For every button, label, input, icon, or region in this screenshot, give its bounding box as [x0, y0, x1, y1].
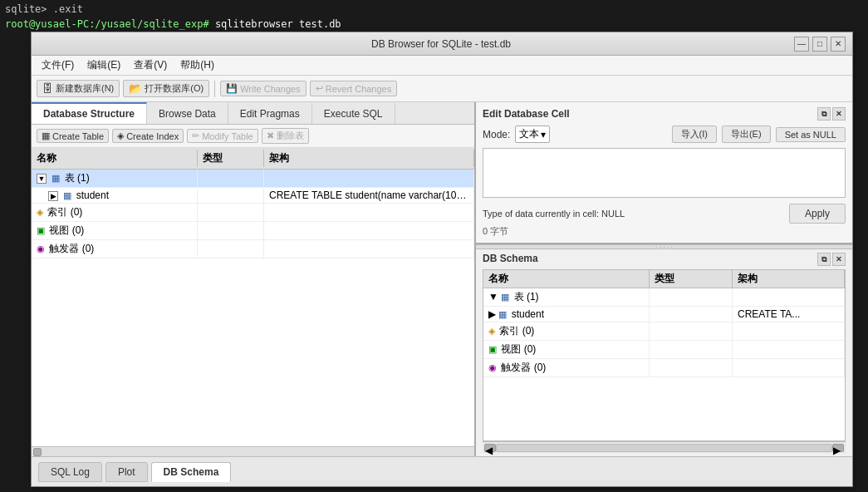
tab-execute-sql[interactable]: Execute SQL: [312, 102, 395, 124]
table-row[interactable]: ▣ 视图 (0): [32, 222, 474, 240]
schema-tree[interactable]: 名称 类型 架构 ▼ ▦ 表 (1): [483, 269, 846, 441]
menu-view[interactable]: 查看(V): [127, 57, 174, 74]
table-row[interactable]: ▶ ▦ student CREATE TABLE student(name va…: [32, 188, 474, 204]
view-group-icon: ▣: [37, 225, 45, 235]
tree-cell-name-trigger: ◉ 触发器 (0): [32, 240, 198, 258]
tree-label-index: 索引 (0): [47, 206, 82, 218]
terminal-prompt: root@yusael-PC:/yusael/sqlite_exp#: [5, 18, 215, 30]
db-schema-icons: ⧉ ✕: [817, 253, 846, 266]
import-button[interactable]: 导入(I): [672, 125, 717, 143]
expand-student-icon[interactable]: ▶: [48, 191, 58, 201]
modify-table-label: Modify Table: [202, 131, 253, 141]
tree-table[interactable]: 名称 类型 架构 ▼ ▦ 表 (1) ▶: [32, 148, 474, 446]
edit-cell-close-icon[interactable]: ✕: [832, 107, 846, 121]
title-bar: DB Browser for SQLite - test.db — □ ✕: [32, 32, 852, 56]
schema-row[interactable]: ◈ 索引 (0): [483, 322, 845, 341]
new-db-button[interactable]: 🗄 新建数据库(N): [37, 80, 120, 97]
db-schema-panel: DB Schema ⧉ ✕ 名称 类型 架构 ▼: [476, 249, 852, 456]
schema-row[interactable]: ▣ 视图 (0): [483, 341, 845, 359]
revert-changes-button[interactable]: ↩ Revert Changes: [310, 81, 398, 96]
tab-plot[interactable]: Plot: [105, 462, 148, 482]
tree-cell-schema-tables: [264, 170, 474, 187]
set-null-button[interactable]: Set as NULL: [776, 127, 846, 142]
maximize-button[interactable]: □: [812, 37, 827, 52]
tab-browse-data[interactable]: Browse Data: [147, 102, 228, 124]
create-index-button[interactable]: ◈ Create Index: [112, 129, 184, 143]
apply-button[interactable]: Apply: [789, 204, 846, 224]
revert-changes-label: Revert Changes: [326, 84, 392, 94]
edit-cell-float-icon[interactable]: ⧉: [817, 107, 831, 121]
schema-trigger-icon: ◉: [488, 362, 497, 372]
edit-cell-icons: ⧉ ✕: [817, 107, 846, 121]
tree-label-student: student: [76, 189, 109, 201]
db-schema-title: DB Schema ⧉ ✕: [483, 253, 846, 266]
mode-dropdown-icon: ▾: [541, 129, 546, 140]
hscroll-track[interactable]: [42, 448, 474, 456]
table-row[interactable]: ◈ 索引 (0): [32, 204, 474, 222]
db-schema-close-icon[interactable]: ✕: [832, 253, 846, 266]
schema-student-icon: ▦: [498, 309, 507, 319]
minimize-button[interactable]: —: [794, 37, 809, 52]
schema-scroll-track[interactable]: [496, 444, 832, 452]
window-title: DB Browser for SQLite - test.db: [88, 38, 794, 50]
tree-label-trigger: 触发器 (0): [49, 243, 94, 254]
write-changes-icon: 💾: [226, 83, 238, 94]
hscroll-thumb[interactable]: [33, 448, 42, 456]
schema-cell-trigger: ◉ 触发器 (0): [483, 359, 650, 376]
menu-bar: 文件(F) 编辑(E) 查看(V) 帮助(H): [32, 56, 852, 76]
schema-student-schema: CREATE TA...: [733, 307, 845, 322]
close-button[interactable]: ✕: [831, 37, 846, 52]
schema-row[interactable]: ▶ ▦ student CREATE TA...: [483, 307, 845, 322]
tree-cell-schema-student: CREATE TABLE student(name varchar(10), a…: [264, 188, 474, 203]
menu-edit[interactable]: 编辑(E): [81, 57, 127, 74]
db-schema-float-icon[interactable]: ⧉: [817, 253, 831, 266]
table-row[interactable]: ◉ 触发器 (0): [32, 240, 474, 258]
type-info-text: Type of data currently in cell: NULL: [483, 209, 625, 219]
menu-file[interactable]: 文件(F): [35, 57, 81, 74]
tab-database-structure[interactable]: Database Structure: [32, 102, 147, 124]
open-db-label: 打开数据库(O): [145, 82, 204, 95]
schema-cell-tables: ▼ ▦ 表 (1): [483, 288, 650, 306]
schema-header-schema: 架构: [733, 270, 845, 288]
schema-row[interactable]: ▼ ▦ 表 (1): [483, 288, 845, 307]
schema-hscroll[interactable]: ◀ ▶: [483, 441, 846, 453]
schema-scroll-left[interactable]: ◀: [484, 444, 496, 452]
create-table-button[interactable]: ▦ Create Table: [37, 129, 109, 143]
schema-view-icon: ▣: [488, 344, 497, 354]
tab-db-schema[interactable]: DB Schema: [151, 462, 232, 482]
collapse-icon[interactable]: ▼: [37, 174, 47, 184]
write-changes-button[interactable]: 💾 Write Changes: [220, 81, 306, 96]
terminal: sqlite> .exit root@yusael-PC:/yusael/sql…: [0, 0, 868, 33]
left-panel-hscroll[interactable]: [32, 446, 474, 456]
table-row[interactable]: ▼ ▦ 表 (1): [32, 170, 474, 188]
tree-header-name: 名称: [32, 150, 198, 167]
tree-header: 名称 类型 架构: [32, 148, 474, 170]
new-db-icon: 🗄: [42, 82, 53, 95]
delete-table-icon: ✖: [267, 130, 274, 141]
main-toolbar: 🗄 新建数据库(N) 📂 打开数据库(O) 💾 Write Changes ↩ …: [32, 76, 852, 102]
schema-label-student: student: [512, 308, 544, 320]
schema-row[interactable]: ◉ 触发器 (0): [483, 359, 845, 377]
tab-edit-pragmas[interactable]: Edit Pragmas: [228, 102, 312, 124]
modify-table-button[interactable]: ✏ Modify Table: [187, 129, 258, 143]
mode-select[interactable]: 文本 ▾: [515, 125, 550, 143]
main-window: DB Browser for SQLite - test.db — □ ✕ 文件…: [31, 32, 853, 487]
menu-help[interactable]: 帮助(H): [174, 57, 221, 74]
tree-cell-name-index: ◈ 索引 (0): [32, 204, 198, 221]
schema-header: 名称 类型 架构: [483, 270, 845, 288]
edit-cell-textarea[interactable]: [483, 148, 846, 198]
toolbar-separator-1: [214, 81, 215, 97]
open-db-button[interactable]: 📂 打开数据库(O): [123, 80, 209, 97]
schema-header-name: 名称: [483, 270, 650, 288]
delete-table-button[interactable]: ✖ 删除表: [262, 128, 309, 144]
tree-label-view: 视图 (0): [49, 224, 84, 236]
export-button[interactable]: 导出(E): [722, 125, 771, 143]
schema-label-trigger: 触发器 (0): [501, 362, 546, 373]
schema-scroll-right[interactable]: ▶: [832, 444, 844, 452]
new-db-label: 新建数据库(N): [56, 82, 114, 95]
tab-sql-log[interactable]: SQL Log: [38, 462, 102, 482]
schema-collapse-icon: ▼: [488, 291, 498, 303]
schema-index-icon: ◈: [488, 326, 495, 336]
tree-cell-name-student: ▶ ▦ student: [32, 188, 198, 203]
main-tab-bar: Database Structure Browse Data Edit Prag…: [32, 102, 474, 125]
